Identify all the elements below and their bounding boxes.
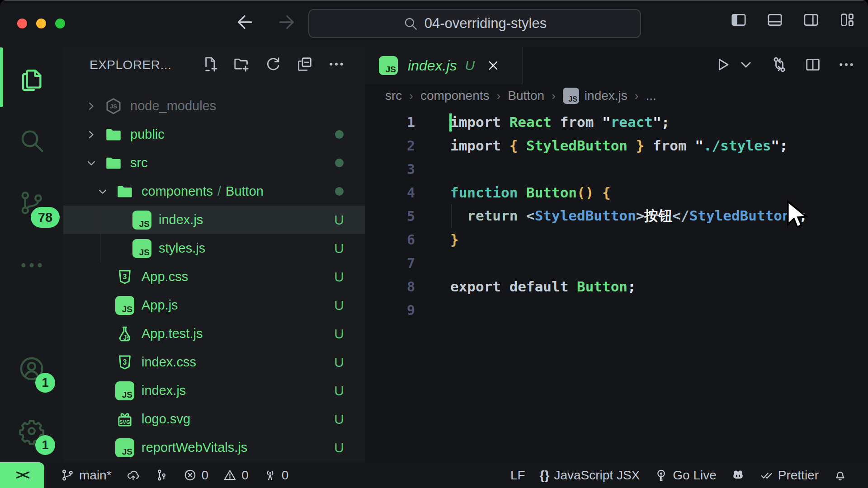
git-modified-dot	[329, 184, 349, 199]
tree-item-app-css[interactable]: 3App.cssU	[63, 263, 365, 291]
code-editor[interactable]: 1import React from "react";2import { Sty…	[365, 108, 868, 322]
tab-index-js[interactable]: JS index.js U	[365, 47, 523, 84]
code-line-7[interactable]: 7	[365, 251, 868, 275]
activity-item-accounts[interactable]: 1	[0, 338, 63, 400]
tree-item-app-js[interactable]: JSApp.jsU	[63, 291, 365, 319]
chevron-down-icon	[82, 156, 100, 170]
code-line-8[interactable]: 8export default Button;	[365, 275, 868, 298]
close-tab-icon[interactable]	[486, 59, 500, 72]
run-button[interactable]	[713, 56, 731, 75]
tree-item-reportwebvitals-js[interactable]: JSreportWebVitals.jsU	[63, 433, 365, 462]
path-separator: /	[213, 184, 226, 199]
tree-item-logo-svg[interactable]: SVGlogo.svgU	[63, 405, 365, 433]
status-go-live[interactable]: Go Live	[647, 462, 724, 488]
folder-icon	[115, 182, 134, 201]
zoom-window-button[interactable]	[55, 19, 65, 28]
activity-item-settings[interactable]: 1	[0, 400, 63, 462]
breadcrumb-item-button[interactable]: Button	[508, 89, 544, 103]
line-number: 3	[365, 161, 415, 177]
tab-label: index.js	[408, 57, 457, 74]
status-language[interactable]: {}JavaScript JSX	[533, 462, 647, 488]
token: <	[526, 207, 535, 224]
activity-item-more[interactable]	[0, 234, 63, 296]
token: export	[450, 278, 501, 295]
tree-item-src[interactable]: src	[63, 149, 365, 177]
more-actions-button[interactable]	[327, 55, 345, 75]
code-line-6[interactable]: 6}	[365, 228, 868, 251]
forward-icon[interactable]	[276, 12, 297, 33]
minimize-window-button[interactable]	[36, 19, 46, 28]
split-editor-button[interactable]	[804, 56, 822, 75]
breadcrumb-item-components[interactable]: components	[420, 89, 490, 103]
folder-icon	[104, 154, 123, 173]
svg-text:SVG: SVG	[119, 419, 130, 425]
activity-item-search[interactable]	[0, 109, 63, 172]
toggle-secondary-sidebar-button[interactable]	[802, 11, 820, 31]
activity-item-explorer[interactable]	[0, 47, 63, 109]
code-line-4[interactable]: 4function Button() {	[365, 181, 868, 204]
status-publish[interactable]	[119, 462, 147, 488]
more-actions-button[interactable]	[837, 56, 855, 75]
tree-item-index-css[interactable]: 3index.cssU	[63, 348, 365, 376]
cloud-upload-icon	[126, 468, 140, 482]
tree-item-index-js[interactable]: JSindex.jsU	[63, 376, 365, 405]
token	[518, 184, 526, 201]
status-copilot[interactable]	[724, 462, 752, 488]
token: </	[672, 207, 689, 224]
chevron-right-icon	[82, 99, 100, 113]
status-eol[interactable]: LF	[503, 462, 533, 488]
js-badge-icon: JS	[563, 88, 579, 104]
breadcrumb-item--[interactable]: ...	[646, 89, 656, 103]
code-line-5[interactable]: 5 return <StyledButton>按钮</StyledButton>…	[365, 204, 868, 228]
open-changes-button[interactable]	[770, 56, 788, 75]
code-line-1[interactable]: 1import React from "react";	[365, 110, 868, 134]
code-text: function Button() {	[450, 184, 611, 201]
tree-item-node-modules[interactable]: JSnode_modules	[63, 92, 365, 120]
code-line-2[interactable]: 2import { StyledButton } from "./styles"…	[365, 134, 868, 157]
status-warnings[interactable]: 0	[216, 462, 256, 488]
code-line-9[interactable]: 9	[365, 298, 868, 322]
tree-item-app-test-js[interactable]: JsApp.test.jsU	[63, 319, 365, 348]
tree-item-styles-js[interactable]: JSstyles.jsU	[63, 234, 365, 263]
token: "	[653, 114, 661, 130]
collapse-folders-button[interactable]	[296, 55, 314, 75]
new-file-button[interactable]	[201, 55, 219, 75]
tree-item-public[interactable]: public	[63, 120, 365, 149]
activity-item-source-control[interactable]: 78	[0, 172, 63, 234]
status-ports[interactable]	[147, 462, 176, 488]
back-icon[interactable]	[235, 12, 256, 33]
toggle-primary-sidebar-button[interactable]	[730, 11, 748, 31]
status-branch[interactable]: main*	[53, 462, 119, 488]
breadcrumb-item-index-js[interactable]: JSindex.js	[563, 88, 627, 104]
new-folder-button[interactable]	[232, 55, 250, 75]
badge-settings: 1	[35, 435, 55, 455]
status-prettier[interactable]: Prettier	[752, 462, 826, 488]
token: }	[450, 231, 459, 248]
tree-item-components[interactable]: components/Button	[63, 177, 365, 206]
tree-item-index-js[interactable]: JSindex.jsU	[63, 206, 365, 234]
refresh-button[interactable]	[264, 55, 282, 75]
editor-group: JS index.js U src›components›Button›JSin…	[365, 47, 868, 462]
git-modified-dot	[329, 155, 349, 170]
token: "	[695, 137, 703, 154]
code-line-3[interactable]: 3	[365, 157, 868, 181]
remote-indicator[interactable]: ><	[0, 462, 44, 488]
status-errors[interactable]: 0	[176, 462, 216, 488]
layout-panel-icon	[766, 11, 784, 29]
close-window-button[interactable]	[17, 19, 27, 28]
status-tower[interactable]: 0	[256, 462, 296, 488]
command-center-search[interactable]: 04-overriding-styles	[308, 9, 641, 38]
run-dropdown-button[interactable]	[737, 56, 755, 75]
dot-icon	[335, 187, 344, 196]
chevron-down-icon	[737, 56, 755, 74]
toggle-panel-button[interactable]	[766, 11, 784, 31]
token: {	[509, 137, 518, 154]
git-status-badge: U	[329, 298, 349, 313]
tree-item-label: App.css	[142, 269, 188, 284]
breadcrumb-item-src[interactable]: src	[385, 89, 402, 103]
breadcrumb: src›components›Button›JSindex.js›...	[365, 84, 868, 108]
customize-layout-button[interactable]	[838, 11, 856, 31]
status-label: main*	[79, 468, 112, 483]
status-notifications[interactable]	[826, 462, 854, 488]
token: ./styles	[703, 137, 771, 154]
